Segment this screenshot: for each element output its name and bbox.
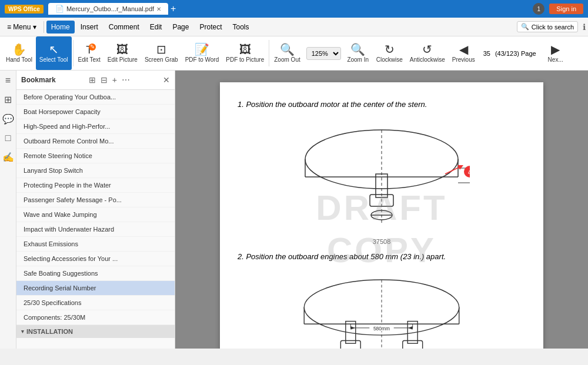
zoom-out-label: Zoom Out	[274, 56, 300, 63]
edit-picture-button[interactable]: 🖼 Edit Picture	[104, 36, 141, 70]
tab-close-icon[interactable]: ✕	[156, 6, 161, 12]
pdf-icon: 📄	[55, 5, 64, 13]
sidebar-item-8[interactable]: Wave and Wake Jumping	[16, 207, 175, 222]
sidebar-section-installation[interactable]: ▾INSTALLATION	[16, 325, 175, 338]
sidebar-collapse-icon[interactable]: ⊟	[99, 74, 109, 86]
menu-comment[interactable]: Comment	[104, 21, 144, 34]
sidebar-item-7[interactable]: Passenger Safety Message - Po...	[16, 193, 175, 207]
page-info-display: 35 (43/123) Page	[479, 36, 541, 70]
zoom-in-icon: 🔍	[350, 43, 365, 55]
clockwise-icon: ↻	[385, 43, 395, 55]
sidebar-close-button[interactable]: ✕	[163, 75, 170, 85]
profile-icon[interactable]: 1	[533, 3, 544, 15]
sidebar-item-6[interactable]: Protecting People in the Water	[16, 178, 175, 193]
search-placeholder: Click to search	[532, 24, 574, 31]
sidebar-toolbar: ⊞ ⊟ + ⋯	[88, 74, 131, 86]
pdf-to-picture-button[interactable]: 🖼 PDF to Picture	[222, 36, 268, 70]
annotation-panel-icon[interactable]: 💬	[0, 111, 16, 127]
sidebar-item-13[interactable]: Recording Serial Number	[16, 281, 175, 296]
menu-home[interactable]: Home	[46, 21, 75, 34]
sidebar-item-3[interactable]: Outboard Remote Control Mo...	[16, 134, 175, 149]
zoom-in-button[interactable]: 🔍 Zoom In	[343, 36, 373, 70]
anticlockwise-label: Anticlockwise	[410, 56, 445, 63]
add-tab-button[interactable]: +	[171, 4, 176, 14]
title-bar-right: 1 Sign in	[533, 3, 583, 15]
clockwise-button[interactable]: ↻ Clockwise	[373, 36, 406, 70]
anticlockwise-button[interactable]: ↺ Anticlockwise	[406, 36, 449, 70]
sidebar-item-1[interactable]: Boat Horsepower Capacity	[16, 105, 175, 119]
select-tool-button[interactable]: ↖ Select Tool	[36, 36, 72, 70]
tab-bar: 📄 Mercury_Outbo...r_Manual.pdf ✕ +	[48, 3, 176, 15]
form-panel-icon[interactable]: □	[3, 130, 14, 146]
boat-diagram-1: a	[293, 118, 470, 236]
tab-filename: Mercury_Outbo...r_Manual.pdf	[66, 5, 154, 12]
menu-protect[interactable]: Protect	[195, 21, 226, 34]
svg-text:580mm: 580mm	[373, 326, 390, 331]
svg-marker-29	[350, 326, 355, 330]
previous-button[interactable]: ◀ Previous	[449, 36, 479, 70]
next-icon: ▶	[551, 43, 560, 55]
menu-page[interactable]: Page	[168, 21, 193, 34]
signature-panel-icon[interactable]: ✍	[0, 149, 16, 165]
left-icon-panel: ≡ ⊞ 💬 □ ✍	[0, 71, 16, 349]
boat-diagram-2: 580mm	[288, 268, 476, 349]
hand-tool-button[interactable]: ✋ Hand Tool	[2, 36, 36, 70]
info-icon[interactable]: ℹ	[583, 22, 586, 32]
menu-bar: ≡ Menu ▾ Home Insert Comment Edit Page P…	[0, 18, 588, 36]
svg-text:a: a	[468, 168, 470, 175]
menu-insert[interactable]: Insert	[76, 21, 103, 34]
search-box[interactable]: 🔍 Click to search	[517, 21, 578, 32]
sidebar-item-15[interactable]: Components: 25/30M	[16, 310, 175, 325]
sidebar-item-10[interactable]: Exhaust Emissions	[16, 237, 175, 252]
sidebar-item-11[interactable]: Selecting Accessories for Your ...	[16, 252, 175, 266]
previous-icon: ◀	[459, 43, 468, 55]
sidebar-header: Bookmark ⊞ ⊟ + ⋯ ✕	[16, 71, 175, 90]
section-label: INSTALLATION	[26, 328, 73, 335]
diagram1-container: a 37508	[238, 118, 526, 245]
sidebar-list: Before Operating Your Outboa...Boat Hors…	[16, 90, 175, 349]
sidebar-menu-icon[interactable]: ⋯	[121, 74, 131, 86]
section-arrow-icon: ▾	[21, 329, 24, 334]
select-icon: ↖	[49, 43, 59, 55]
next-button[interactable]: ▶ Nex...	[541, 36, 570, 70]
menu-edit[interactable]: Edit	[145, 21, 167, 34]
screen-grab-icon: ⊡	[156, 43, 166, 55]
edit-text-icon: T✎	[86, 43, 92, 55]
thumbnail-panel-icon[interactable]: ⊞	[2, 92, 14, 108]
sidebar-item-2[interactable]: High-Speed and High-Perfor...	[16, 119, 175, 134]
sidebar-item-0[interactable]: Before Operating Your Outboa...	[16, 90, 175, 105]
svg-line-12	[445, 166, 461, 174]
zoom-select[interactable]: 125% 100% 75% 150%	[306, 47, 341, 60]
sidebar-item-12[interactable]: Safe Boating Suggestions	[16, 266, 175, 281]
svg-marker-30	[408, 326, 413, 330]
sign-in-button[interactable]: Sign in	[549, 4, 583, 14]
screen-grab-button[interactable]: ⊡ Screen Grab	[141, 36, 182, 70]
pdf-to-word-label: PDF to Word	[185, 56, 219, 63]
pdf-to-picture-label: PDF to Picture	[226, 56, 264, 63]
pdf-page: DRAFTCOPY 1. Position the outboard motor…	[220, 82, 543, 349]
bookmark-panel-icon[interactable]: ≡	[3, 73, 13, 88]
app-logo: WPS Office	[5, 5, 44, 14]
zoom-level-container[interactable]: 125% 100% 75% 150%	[304, 36, 343, 70]
sidebar: Bookmark ⊞ ⊟ + ⋯ ✕ Before Operating Your…	[16, 71, 175, 349]
menu-right: 🔍 Click to search ℹ	[517, 21, 586, 32]
svg-rect-21	[340, 341, 360, 349]
sidebar-item-4[interactable]: Remote Steering Notice	[16, 149, 175, 163]
select-tool-label: Select Tool	[39, 56, 68, 63]
menu-tools[interactable]: Tools	[228, 21, 253, 34]
edit-text-button[interactable]: T✎ Edit Text	[75, 36, 104, 70]
active-tab[interactable]: 📄 Mercury_Outbo...r_Manual.pdf ✕	[48, 3, 168, 15]
menu-menu[interactable]: ≡ Menu ▾	[2, 21, 41, 34]
ribbon-sep-1	[73, 40, 74, 66]
sidebar-expand-icon[interactable]: ⊞	[88, 74, 97, 86]
zoom-in-label: Zoom In	[347, 56, 369, 63]
pdf-to-word-button[interactable]: 📝 PDF to Word	[182, 36, 223, 70]
sidebar-item-9[interactable]: Impact with Underwater Hazard	[16, 222, 175, 237]
diagram2-container: 580mm	[238, 268, 526, 349]
zoom-out-button[interactable]: 🔍 Zoom Out	[270, 36, 303, 70]
sidebar-item-14[interactable]: 25/30 Specifications	[16, 296, 175, 310]
pdf-area[interactable]: DRAFTCOPY 1. Position the outboard motor…	[175, 71, 588, 349]
hand-icon: ✋	[12, 43, 26, 55]
sidebar-item-5[interactable]: Lanyard Stop Switch	[16, 163, 175, 178]
sidebar-add-icon[interactable]: +	[111, 74, 118, 86]
